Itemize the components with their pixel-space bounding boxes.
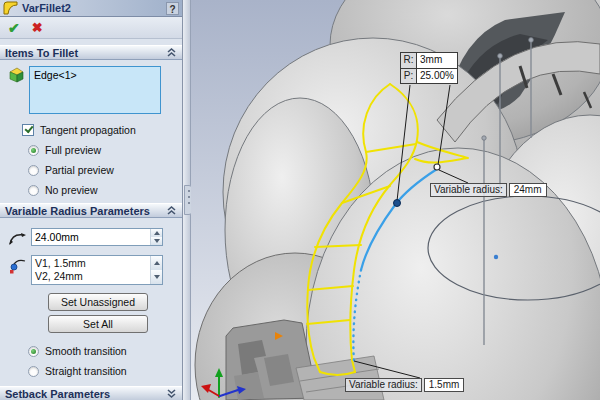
section-title: Items To Fillet xyxy=(5,47,166,59)
section-setback-header[interactable]: Setback Parameters xyxy=(0,386,182,400)
edge-selection-icon xyxy=(8,66,25,83)
set-unassigned-button[interactable]: Set Unassigned xyxy=(48,293,148,311)
variable-radius-label: Variable radius: xyxy=(430,183,507,197)
pm-action-bar: ✔ ✖ xyxy=(0,17,182,39)
model-canvas[interactable] xyxy=(191,0,600,400)
radius-position-callout: R: 3mm P: 25.00% xyxy=(400,52,458,84)
vertex-item[interactable]: V1, 1.5mm xyxy=(35,257,147,270)
attached-vertices-icon xyxy=(8,255,27,274)
property-manager-panel: VarFillet2 ? ✔ ✖ Items To Fillet Edge xyxy=(0,0,183,400)
section-title: Variable Radius Parameters xyxy=(5,205,166,217)
partial-preview-label: Partial preview xyxy=(45,164,114,176)
radius-control-point[interactable] xyxy=(394,200,401,207)
variable-radius-label: Variable radius: xyxy=(345,378,422,392)
collapse-chevron-icon[interactable] xyxy=(166,47,177,58)
set-all-button[interactable]: Set All xyxy=(48,315,148,333)
radius-icon xyxy=(8,228,27,247)
panel-splitter[interactable] xyxy=(183,0,191,400)
fillet-feature-icon xyxy=(3,1,18,15)
variable-radius-body: V1, 1.5mm V2, 24mm Set Unassigned Set Al… xyxy=(0,218,182,377)
feature-title: VarFillet2 xyxy=(22,2,162,14)
no-preview-row[interactable]: No preview xyxy=(28,184,174,196)
variable-radius-top-callout: Variable radius: 24mm xyxy=(430,183,547,197)
full-preview-radio[interactable] xyxy=(28,145,39,156)
straight-transition-radio[interactable] xyxy=(28,366,39,377)
variable-radius-value-field[interactable]: 24mm xyxy=(509,183,547,197)
radius-value-field[interactable]: 3mm xyxy=(416,53,457,68)
collapse-chevron-icon[interactable] xyxy=(166,205,177,216)
list-scroll-up-button[interactable] xyxy=(151,256,162,270)
radius-input-group xyxy=(31,228,163,246)
edge-selection-listbox[interactable]: Edge<1> xyxy=(29,66,161,114)
tangent-propagation-label: Tangent propagation xyxy=(40,124,136,136)
radius-label: R: xyxy=(401,53,416,68)
help-button[interactable]: ? xyxy=(166,2,179,15)
cancel-icon[interactable]: ✖ xyxy=(32,21,43,34)
graphics-viewport[interactable]: R: 3mm P: 25.00% Variable radius: 24mm V… xyxy=(191,0,600,400)
position-value-field[interactable]: 25.00% xyxy=(416,69,457,83)
edge-endpoint-handle[interactable] xyxy=(434,164,440,170)
property-manager-header: VarFillet2 ? xyxy=(0,0,182,17)
selected-edge-item[interactable]: Edge<1> xyxy=(34,69,156,81)
spin-down-button[interactable] xyxy=(151,237,162,245)
smooth-transition-label: Smooth transition xyxy=(45,345,127,357)
smooth-transition-radio[interactable] xyxy=(28,346,39,357)
straight-transition-label: Straight transition xyxy=(45,365,127,377)
smooth-transition-row[interactable]: Smooth transition xyxy=(28,345,174,357)
variable-radius-value-field[interactable]: 1.5mm xyxy=(424,378,465,392)
straight-transition-row[interactable]: Straight transition xyxy=(28,365,174,377)
section-title: Setback Parameters xyxy=(5,388,166,400)
radius-input[interactable] xyxy=(32,229,150,245)
no-preview-radio[interactable] xyxy=(28,185,39,196)
vertex-list[interactable]: V1, 1.5mm V2, 24mm xyxy=(31,255,163,285)
partial-preview-radio[interactable] xyxy=(28,165,39,176)
full-preview-label: Full preview xyxy=(45,144,101,156)
partial-preview-row[interactable]: Partial preview xyxy=(28,164,174,176)
tangent-propagation-row[interactable]: Tangent propagation xyxy=(22,124,174,136)
no-preview-label: No preview xyxy=(45,184,98,196)
ok-icon[interactable]: ✔ xyxy=(8,21,20,35)
full-preview-row[interactable]: Full preview xyxy=(28,144,174,156)
items-to-fillet-body: Edge<1> Tangent propagation Full preview… xyxy=(0,60,182,196)
expand-chevron-icon[interactable] xyxy=(166,388,177,399)
position-label: P: xyxy=(401,69,416,83)
vertex-item[interactable]: V2, 24mm xyxy=(35,270,147,283)
section-variable-radius-header[interactable]: Variable Radius Parameters xyxy=(0,203,182,218)
list-scroll-down-button[interactable] xyxy=(151,270,162,284)
section-items-to-fillet-header[interactable]: Items To Fillet xyxy=(0,45,182,60)
solidworks-window: VarFillet2 ? ✔ ✖ Items To Fillet Edge xyxy=(0,0,600,400)
sketch-point[interactable] xyxy=(494,255,498,259)
variable-radius-bottom-callout: Variable radius: 1.5mm xyxy=(345,378,464,392)
tangent-propagation-checkbox[interactable] xyxy=(22,124,34,136)
spin-up-button[interactable] xyxy=(151,229,162,237)
